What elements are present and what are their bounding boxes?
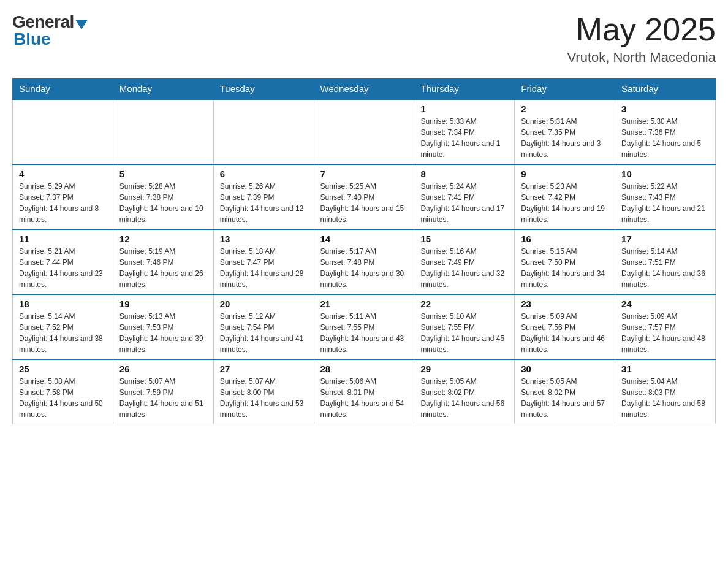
calendar-cell: 18Sunrise: 5:14 AM Sunset: 7:52 PM Dayli…: [13, 294, 113, 359]
day-number: 5: [119, 169, 207, 179]
calendar-header-row: SundayMondayTuesdayWednesdayThursdayFrid…: [13, 79, 716, 100]
day-info: Sunrise: 5:07 AM Sunset: 7:59 PM Dayligh…: [119, 376, 207, 420]
day-info: Sunrise: 5:15 AM Sunset: 7:50 PM Dayligh…: [521, 246, 609, 290]
calendar-cell: 31Sunrise: 5:04 AM Sunset: 8:03 PM Dayli…: [615, 359, 716, 424]
day-number: 22: [420, 299, 508, 309]
day-number: 19: [119, 299, 207, 309]
day-info: Sunrise: 5:31 AM Sunset: 7:35 PM Dayligh…: [521, 116, 609, 160]
day-number: 1: [420, 104, 508, 114]
day-info: Sunrise: 5:09 AM Sunset: 7:56 PM Dayligh…: [521, 311, 609, 355]
calendar-cell: [213, 99, 314, 164]
calendar-week-row-3: 11Sunrise: 5:21 AM Sunset: 7:44 PM Dayli…: [13, 229, 716, 294]
calendar-header-sunday: Sunday: [13, 79, 113, 100]
calendar-cell: 14Sunrise: 5:17 AM Sunset: 7:48 PM Dayli…: [314, 229, 414, 294]
day-number: 23: [521, 299, 609, 309]
day-number: 15: [420, 234, 508, 244]
day-info: Sunrise: 5:12 AM Sunset: 7:54 PM Dayligh…: [220, 311, 308, 355]
day-info: Sunrise: 5:10 AM Sunset: 7:55 PM Dayligh…: [420, 311, 508, 355]
day-info: Sunrise: 5:09 AM Sunset: 7:57 PM Dayligh…: [621, 311, 709, 355]
day-info: Sunrise: 5:18 AM Sunset: 7:47 PM Dayligh…: [220, 246, 308, 290]
calendar-week-row-5: 25Sunrise: 5:08 AM Sunset: 7:58 PM Dayli…: [13, 359, 716, 424]
calendar-cell: 25Sunrise: 5:08 AM Sunset: 7:58 PM Dayli…: [13, 359, 113, 424]
calendar-cell: 30Sunrise: 5:05 AM Sunset: 8:02 PM Dayli…: [515, 359, 615, 424]
calendar-cell: 15Sunrise: 5:16 AM Sunset: 7:49 PM Dayli…: [414, 229, 515, 294]
calendar-cell: 23Sunrise: 5:09 AM Sunset: 7:56 PM Dayli…: [515, 294, 615, 359]
calendar-week-row-1: 1Sunrise: 5:33 AM Sunset: 7:34 PM Daylig…: [13, 99, 716, 164]
day-number: 31: [621, 364, 709, 374]
day-info: Sunrise: 5:21 AM Sunset: 7:44 PM Dayligh…: [19, 246, 107, 290]
day-number: 7: [320, 169, 408, 179]
day-info: Sunrise: 5:30 AM Sunset: 7:36 PM Dayligh…: [621, 116, 709, 160]
calendar-cell: 21Sunrise: 5:11 AM Sunset: 7:55 PM Dayli…: [314, 294, 414, 359]
day-info: Sunrise: 5:26 AM Sunset: 7:39 PM Dayligh…: [220, 181, 308, 225]
calendar-cell: 29Sunrise: 5:05 AM Sunset: 8:02 PM Dayli…: [414, 359, 515, 424]
day-info: Sunrise: 5:05 AM Sunset: 8:02 PM Dayligh…: [420, 376, 508, 420]
calendar-cell: 4Sunrise: 5:29 AM Sunset: 7:37 PM Daylig…: [13, 164, 113, 229]
calendar-cell: 22Sunrise: 5:10 AM Sunset: 7:55 PM Dayli…: [414, 294, 515, 359]
calendar-cell: 7Sunrise: 5:25 AM Sunset: 7:40 PM Daylig…: [314, 164, 414, 229]
day-number: 9: [521, 169, 609, 179]
day-info: Sunrise: 5:06 AM Sunset: 8:01 PM Dayligh…: [320, 376, 408, 420]
logo: General Blue: [12, 12, 88, 49]
calendar-header-saturday: Saturday: [615, 79, 716, 100]
calendar-header-thursday: Thursday: [414, 79, 515, 100]
calendar-cell: 27Sunrise: 5:07 AM Sunset: 8:00 PM Dayli…: [213, 359, 314, 424]
day-info: Sunrise: 5:22 AM Sunset: 7:43 PM Dayligh…: [621, 181, 709, 225]
day-number: 17: [621, 234, 709, 244]
calendar-cell: [13, 99, 113, 164]
day-info: Sunrise: 5:23 AM Sunset: 7:42 PM Dayligh…: [521, 181, 609, 225]
logo-arrow-icon: [75, 20, 88, 29]
day-number: 29: [420, 364, 508, 374]
day-number: 6: [220, 169, 308, 179]
calendar-cell: 19Sunrise: 5:13 AM Sunset: 7:53 PM Dayli…: [113, 294, 213, 359]
day-info: Sunrise: 5:05 AM Sunset: 8:02 PM Dayligh…: [521, 376, 609, 420]
day-number: 2: [521, 104, 609, 114]
day-number: 3: [621, 104, 709, 114]
page-header: General Blue May 2025 Vrutok, North Mace…: [12, 12, 716, 66]
day-info: Sunrise: 5:13 AM Sunset: 7:53 PM Dayligh…: [119, 311, 207, 355]
day-info: Sunrise: 5:14 AM Sunset: 7:52 PM Dayligh…: [19, 311, 107, 355]
day-info: Sunrise: 5:08 AM Sunset: 7:58 PM Dayligh…: [19, 376, 107, 420]
day-info: Sunrise: 5:19 AM Sunset: 7:46 PM Dayligh…: [119, 246, 207, 290]
day-number: 30: [521, 364, 609, 374]
day-number: 14: [320, 234, 408, 244]
calendar-table: SundayMondayTuesdayWednesdayThursdayFrid…: [12, 78, 716, 424]
calendar-week-row-4: 18Sunrise: 5:14 AM Sunset: 7:52 PM Dayli…: [13, 294, 716, 359]
calendar-cell: 13Sunrise: 5:18 AM Sunset: 7:47 PM Dayli…: [213, 229, 314, 294]
day-info: Sunrise: 5:33 AM Sunset: 7:34 PM Dayligh…: [420, 116, 508, 160]
calendar-cell: 26Sunrise: 5:07 AM Sunset: 7:59 PM Dayli…: [113, 359, 213, 424]
calendar-header-monday: Monday: [113, 79, 213, 100]
calendar-cell: 6Sunrise: 5:26 AM Sunset: 7:39 PM Daylig…: [213, 164, 314, 229]
day-info: Sunrise: 5:11 AM Sunset: 7:55 PM Dayligh…: [320, 311, 408, 355]
day-number: 8: [420, 169, 508, 179]
calendar-cell: 17Sunrise: 5:14 AM Sunset: 7:51 PM Dayli…: [615, 229, 716, 294]
day-info: Sunrise: 5:24 AM Sunset: 7:41 PM Dayligh…: [420, 181, 508, 225]
calendar-cell: 1Sunrise: 5:33 AM Sunset: 7:34 PM Daylig…: [414, 99, 515, 164]
day-number: 16: [521, 234, 609, 244]
calendar-cell: [314, 99, 414, 164]
day-info: Sunrise: 5:29 AM Sunset: 7:37 PM Dayligh…: [19, 181, 107, 225]
calendar-cell: [113, 99, 213, 164]
calendar-cell: 2Sunrise: 5:31 AM Sunset: 7:35 PM Daylig…: [515, 99, 615, 164]
day-number: 12: [119, 234, 207, 244]
day-info: Sunrise: 5:07 AM Sunset: 8:00 PM Dayligh…: [220, 376, 308, 420]
day-info: Sunrise: 5:16 AM Sunset: 7:49 PM Dayligh…: [420, 246, 508, 290]
day-number: 21: [320, 299, 408, 309]
day-number: 4: [19, 169, 107, 179]
day-number: 25: [19, 364, 107, 374]
day-number: 20: [220, 299, 308, 309]
calendar-cell: 28Sunrise: 5:06 AM Sunset: 8:01 PM Dayli…: [314, 359, 414, 424]
calendar-cell: 9Sunrise: 5:23 AM Sunset: 7:42 PM Daylig…: [515, 164, 615, 229]
day-number: 27: [220, 364, 308, 374]
calendar-cell: 12Sunrise: 5:19 AM Sunset: 7:46 PM Dayli…: [113, 229, 213, 294]
logo-subtitle: Blue: [12, 29, 51, 49]
calendar-cell: 11Sunrise: 5:21 AM Sunset: 7:44 PM Dayli…: [13, 229, 113, 294]
day-number: 28: [320, 364, 408, 374]
title-section: May 2025 Vrutok, North Macedonia: [567, 12, 716, 66]
calendar-cell: 10Sunrise: 5:22 AM Sunset: 7:43 PM Dayli…: [615, 164, 716, 229]
calendar-header-tuesday: Tuesday: [213, 79, 314, 100]
day-info: Sunrise: 5:17 AM Sunset: 7:48 PM Dayligh…: [320, 246, 408, 290]
calendar-cell: 20Sunrise: 5:12 AM Sunset: 7:54 PM Dayli…: [213, 294, 314, 359]
day-info: Sunrise: 5:04 AM Sunset: 8:03 PM Dayligh…: [621, 376, 709, 420]
day-info: Sunrise: 5:28 AM Sunset: 7:38 PM Dayligh…: [119, 181, 207, 225]
